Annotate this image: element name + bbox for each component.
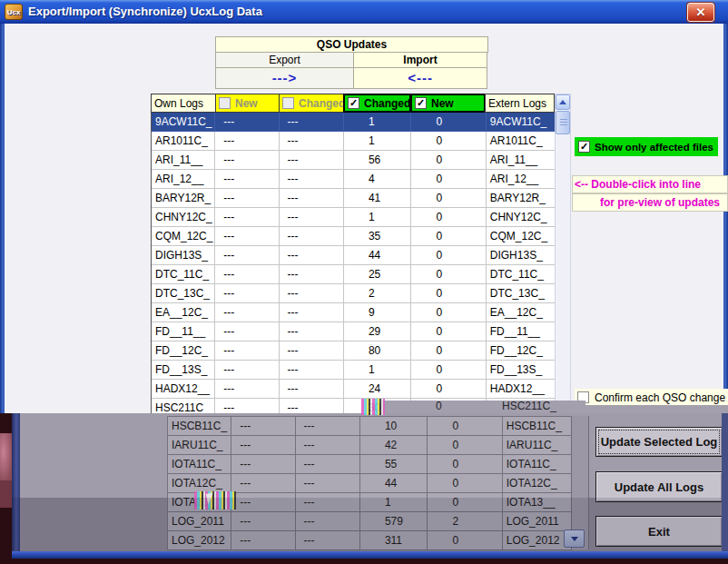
dialog-body: QSO Updates Export Import ---> <--- Own … xyxy=(0,24,728,413)
desktop-edge xyxy=(0,413,12,564)
import-new-cell: 0 xyxy=(411,132,486,151)
table-row[interactable]: BARY12R_ --- --- 41 0 BARY12R_ xyxy=(152,189,556,208)
own-log-cell: BARY12R_ xyxy=(152,189,215,208)
export-new-checkbox[interactable] xyxy=(219,97,231,109)
scroll-up-button[interactable] xyxy=(556,94,570,110)
table-row[interactable]: CHNY12C_ --- --- 1 0 CHNY12C_ xyxy=(152,208,556,227)
import-new-cell: 2 xyxy=(428,512,502,531)
extern-log-cell: IOTA11C_ xyxy=(503,455,572,474)
export-changed-checkbox[interactable] xyxy=(282,97,294,109)
import-changed-cell: 9 xyxy=(344,303,411,322)
table-row[interactable]: LOG_2012 --- --- 311 0 LOG_2012 xyxy=(168,531,572,550)
table-row[interactable]: ARI_11__ --- --- 56 0 ARI_11__ xyxy=(152,151,556,170)
log-table: Own Logs New Changed ✓ Changed ✓ New xyxy=(151,94,556,413)
background-table-rows: HSCB11C_ --- --- 10 0 HSCB11C_ IARU11C_ … xyxy=(167,416,572,550)
import-new-header[interactable]: ✓ New xyxy=(410,94,486,113)
import-new-cell: 0 xyxy=(428,455,502,474)
background-window-bottom-border xyxy=(12,551,728,559)
check-icon: ✓ xyxy=(349,98,358,108)
import-new-cell: 0 xyxy=(411,227,486,246)
export-changed-cell: --- xyxy=(280,322,344,341)
extern-log-cell: LOG_2011 xyxy=(503,512,572,531)
import-changed-cell: 29 xyxy=(344,322,411,341)
export-changed-cell: --- xyxy=(280,227,344,246)
table-scrollbar[interactable] xyxy=(555,94,571,413)
export-new-cell: --- xyxy=(215,284,279,303)
table-row[interactable]: FD__13S_ --- --- 1 0 FD__13S_ xyxy=(152,361,556,380)
import-changed-cell: 25 xyxy=(344,265,411,284)
scrollbar-thumb[interactable] xyxy=(556,111,570,134)
update-selected-log-button[interactable]: Update Selected Log xyxy=(595,427,723,457)
window-right-border xyxy=(723,24,728,413)
extern-log-cell: AR1011C_ xyxy=(487,132,556,151)
extern-log-cell: BARY12R_ xyxy=(487,189,556,208)
table-row[interactable]: FD__12C_ --- --- 80 0 FD__12C_ xyxy=(152,341,556,361)
table-row[interactable]: IARU11C_ --- --- 42 0 IARU11C_ xyxy=(168,436,572,455)
table-row[interactable]: AR1011C_ --- --- 1 0 AR1011C_ xyxy=(152,132,556,151)
export-changed-cell: --- xyxy=(296,531,360,550)
import-new-cell: 0 xyxy=(411,322,486,341)
table-row[interactable]: DTC_13C_ --- --- 2 0 DTC_13C_ xyxy=(152,284,556,303)
export-arrow: ---> xyxy=(215,67,354,89)
close-button[interactable]: ✕ xyxy=(687,3,714,22)
import-new-cell: 0 xyxy=(428,436,502,455)
import-changed-cell: 44 xyxy=(344,246,411,265)
table-row[interactable]: LOG_2011 --- --- 579 2 LOG_2011 xyxy=(168,512,572,531)
title-bar[interactable]: Ucx Export/Import (Synchronize) UcxLog D… xyxy=(0,0,728,24)
show-only-affected-panel[interactable]: ✓ Show only affected files xyxy=(575,137,718,156)
extern-logs-header-label: Extern Logs xyxy=(488,97,546,110)
import-changed-checkbox[interactable]: ✓ xyxy=(348,97,359,109)
table-row[interactable]: CQM_12C_ --- --- 35 0 CQM_12C_ xyxy=(152,227,556,246)
table-row[interactable]: 9ACW11C_ --- --- 1 0 9ACW11C_ xyxy=(152,113,556,132)
exit-button[interactable]: Exit xyxy=(595,516,723,547)
table-row[interactable]: HADX12__ --- --- 24 0 HADX12__ xyxy=(152,380,556,399)
import-changed-cell: 56 xyxy=(344,151,411,170)
export-new-cell: --- xyxy=(231,531,295,550)
own-log-cell: ARI_11__ xyxy=(152,151,215,170)
export-changed-cell: --- xyxy=(280,113,344,132)
update-all-logs-button[interactable]: Update All Logs xyxy=(595,471,723,502)
export-changed-cell: --- xyxy=(296,474,360,493)
hint-line-2: for pre-view of updates xyxy=(572,193,728,212)
import-changed-cell: 44 xyxy=(360,474,428,493)
import-new-cell: 0 xyxy=(411,208,486,227)
extern-log-cell: ARI_11__ xyxy=(487,151,556,170)
export-changed-header[interactable]: Changed xyxy=(279,94,344,113)
window-title: Export/Import (Synchronize) UcxLog Data xyxy=(28,0,262,24)
table-row[interactable]: HSCB11C_ --- --- 10 0 HSCB11C_ xyxy=(168,417,572,436)
table-row[interactable]: IOTA12C_ --- --- 44 0 IOTA12C_ xyxy=(168,474,572,493)
table-row[interactable]: DIGH13S_ --- --- 44 0 DIGH13S_ xyxy=(152,246,556,265)
own-log-cell: LOG_2012 xyxy=(168,531,231,550)
own-log-cell: CHNY12C_ xyxy=(152,208,215,227)
export-changed-cell: --- xyxy=(280,265,344,284)
table-row[interactable]: IOTA11C_ --- --- 55 0 IOTA11C_ xyxy=(168,455,572,474)
import-changed-cell: 1 xyxy=(344,361,411,380)
own-log-cell: HADX12__ xyxy=(152,380,215,399)
extern-log-cell: FD__13S_ xyxy=(487,361,556,380)
extern-log-cell: HSCB11C_ xyxy=(503,417,572,436)
export-changed-cell: --- xyxy=(296,436,360,455)
own-logs-header-label: Own Logs xyxy=(154,97,203,110)
import-changed-header[interactable]: ✓ Changed xyxy=(343,94,411,113)
own-log-cell: FD__12C_ xyxy=(152,341,215,361)
table-row[interactable]: FD__11__ --- --- 29 0 FD__11__ xyxy=(152,322,556,341)
own-log-cell: CQM_12C_ xyxy=(152,227,215,246)
export-new-header[interactable]: New xyxy=(215,94,280,113)
log-table-rows: 9ACW11C_ --- --- 1 0 9ACW11C_ AR1011C_ -… xyxy=(151,113,556,413)
export-changed-cell: --- xyxy=(296,512,360,531)
table-row[interactable]: ARI_12__ --- --- 4 0 ARI_12__ xyxy=(152,170,556,189)
import-new-checkbox[interactable]: ✓ xyxy=(415,97,427,109)
export-column-label: Export xyxy=(215,52,354,68)
own-log-cell: DTC_13C_ xyxy=(152,284,215,303)
table-row[interactable]: DTC_11C_ --- --- 25 0 DTC_11C_ xyxy=(152,265,556,284)
scroll-down-button[interactable] xyxy=(564,529,585,548)
export-new-cell: --- xyxy=(231,436,295,455)
extern-log-cell: FD__11__ xyxy=(487,322,556,341)
show-only-affected-checkbox[interactable]: ✓ xyxy=(578,141,590,153)
export-new-cell: --- xyxy=(215,246,279,265)
table-row[interactable]: EA__12C_ --- --- 9 0 EA__12C_ xyxy=(152,303,556,322)
extern-log-cell: ARI_12__ xyxy=(487,170,556,189)
import-arrow: <--- xyxy=(353,67,487,89)
own-log-cell: FD__11__ xyxy=(152,322,215,341)
qso-updates-title: QSO Updates xyxy=(215,36,488,53)
